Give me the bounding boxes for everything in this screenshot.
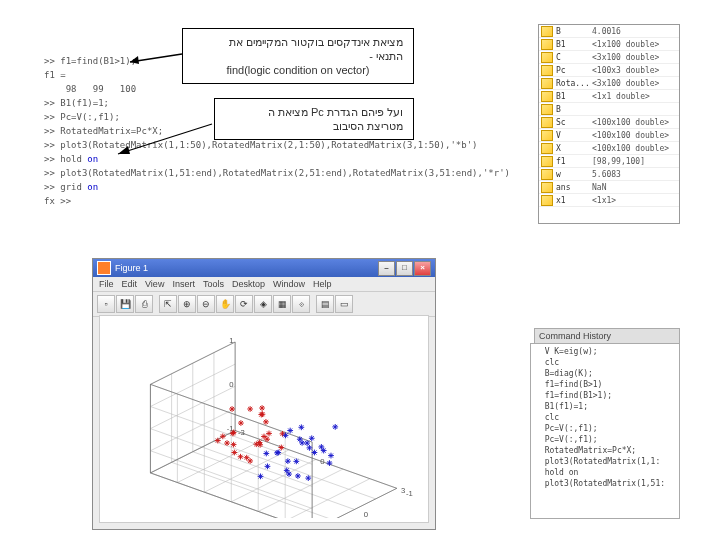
print-icon[interactable]: ⎙	[135, 295, 153, 313]
figure-toolbar[interactable]: ▫ 💾 ⎙ ⇱ ⊕ ⊖ ✋ ⟳ ◈ ▦ ⟐ ▤ ▭	[93, 292, 435, 317]
figure-axes[interactable]: -303-101-101	[99, 315, 429, 523]
svg-text:-1: -1	[406, 489, 413, 498]
var-name: B	[556, 105, 592, 114]
datacursor-icon[interactable]: ◈	[254, 295, 272, 313]
cmd-output: 98 99 100	[44, 82, 434, 96]
annotation-text: find(logic condition on vector)	[193, 63, 403, 77]
figure-menubar[interactable]: FileEditViewInsertToolsDesktopWindowHelp	[93, 277, 435, 292]
var-value: <100x100 double>	[592, 144, 679, 153]
history-line[interactable]: hold on	[535, 467, 675, 478]
history-line[interactable]: RotatedMatrix=Pc*X;	[535, 445, 675, 456]
workspace-row[interactable]: ansNaN	[539, 181, 679, 194]
svg-text:0: 0	[364, 510, 368, 518]
workspace-row[interactable]: B4.0016	[539, 25, 679, 38]
zoom-out-icon[interactable]: ⊖	[197, 295, 215, 313]
workspace-row[interactable]: V<100x100 double>	[539, 129, 679, 142]
var-value: <1x1 double>	[592, 92, 679, 101]
annotation-pc: מציאת ה Pc ועל פיהם הגדרת מטריצת הסיבוב	[214, 98, 414, 140]
history-line[interactable]: B1(f1)=1;	[535, 401, 675, 412]
command-history-label: Command History	[534, 328, 680, 344]
menu-item[interactable]: File	[99, 279, 114, 289]
arrow-icon	[126, 48, 186, 68]
svg-line-13	[193, 452, 355, 510]
var-icon	[541, 26, 553, 37]
menu-item[interactable]: Insert	[172, 279, 195, 289]
var-value: NaN	[592, 183, 679, 192]
zoom-in-icon[interactable]: ⊕	[178, 295, 196, 313]
arrow-icon[interactable]: ⇱	[159, 295, 177, 313]
cmd-line: >> hold on	[44, 152, 434, 166]
history-line[interactable]: plot3(RotatedMatrix(1,1:	[535, 456, 675, 467]
new-fig-icon[interactable]: ▫	[97, 295, 115, 313]
history-line[interactable]: clc	[535, 357, 675, 368]
menu-item[interactable]: Desktop	[232, 279, 265, 289]
workspace-row[interactable]: Rota...<3x100 double>	[539, 77, 679, 90]
legend-icon[interactable]: ▭	[335, 295, 353, 313]
cmd-line: >> grid on	[44, 180, 434, 194]
history-line[interactable]: clc	[535, 412, 675, 423]
workspace-row[interactable]: C<3x100 double>	[539, 51, 679, 64]
pan-icon[interactable]: ✋	[216, 295, 234, 313]
history-line[interactable]: plot3(RotatedMatrix(1,51:	[535, 478, 675, 489]
annotation-text: מציאת אינדקסים בוקטור המקיימים את	[193, 35, 403, 49]
menu-item[interactable]: Window	[273, 279, 305, 289]
svg-marker-1	[130, 56, 139, 64]
command-history-panel[interactable]: V K=eig(w); clc B=diag(K); f1=find(B>1) …	[530, 343, 680, 519]
history-line[interactable]: V K=eig(w);	[535, 346, 675, 357]
var-name: B	[556, 27, 592, 36]
svg-text:3: 3	[401, 486, 405, 495]
svg-line-9	[285, 479, 370, 518]
var-name: w	[556, 170, 592, 179]
svg-line-38	[235, 431, 397, 489]
figure-window[interactable]: Figure 1 – □ × FileEditViewInsertToolsDe…	[92, 258, 436, 530]
workspace-row[interactable]: B	[539, 103, 679, 116]
var-value: <100x3 double>	[592, 66, 679, 75]
workspace-row[interactable]: Sc<100x100 double>	[539, 116, 679, 129]
svg-line-14	[172, 462, 334, 518]
var-name: B1	[556, 40, 592, 49]
workspace-row[interactable]: B1<1x1 double>	[539, 90, 679, 103]
history-line[interactable]: f1=find(B1>1);	[535, 390, 675, 401]
var-value: 4.0016	[592, 27, 679, 36]
link-icon[interactable]: ⟐	[292, 295, 310, 313]
var-value: <1x100 double>	[592, 40, 679, 49]
history-line[interactable]: f1=find(B>1)	[535, 379, 675, 390]
axes-3d: -303-101-101	[110, 320, 418, 518]
svg-text:-3: -3	[238, 428, 245, 437]
close-button[interactable]: ×	[414, 261, 431, 276]
workspace-panel[interactable]: B4.0016B1<1x100 double>C<3x100 double>Pc…	[538, 24, 680, 224]
history-line[interactable]: B=diag(K);	[535, 368, 675, 379]
annotation-find: מציאת אינדקסים בוקטור המקיימים את - התנא…	[182, 28, 414, 84]
workspace-row[interactable]: f1[98,99,100]	[539, 155, 679, 168]
svg-marker-3	[118, 146, 130, 154]
menu-item[interactable]: Edit	[122, 279, 138, 289]
arrow-icon	[112, 120, 216, 160]
var-name: f1	[556, 157, 592, 166]
svg-text:0: 0	[229, 380, 233, 389]
history-line[interactable]: Pc=V(:,f1);	[535, 423, 675, 434]
workspace-row[interactable]: Pc<100x3 double>	[539, 64, 679, 77]
var-icon	[541, 78, 553, 89]
menu-item[interactable]: Tools	[203, 279, 224, 289]
svg-text:0: 0	[320, 457, 324, 466]
figure-titlebar[interactable]: Figure 1 – □ ×	[93, 259, 435, 277]
minimize-button[interactable]: –	[378, 261, 395, 276]
colorbar-icon[interactable]: ▤	[316, 295, 334, 313]
var-value: 5.6083	[592, 170, 679, 179]
workspace-row[interactable]: w5.6083	[539, 168, 679, 181]
workspace-row[interactable]: X<100x100 double>	[539, 142, 679, 155]
svg-line-12	[214, 441, 376, 499]
var-icon	[541, 195, 553, 206]
brush-icon[interactable]: ▦	[273, 295, 291, 313]
var-value: <100x100 double>	[592, 131, 679, 140]
history-line[interactable]: Pc=V(:,f1);	[535, 434, 675, 445]
maximize-button[interactable]: □	[396, 261, 413, 276]
svg-line-39	[312, 488, 397, 518]
rotate3d-icon[interactable]: ⟳	[235, 295, 253, 313]
save-icon[interactable]: 💾	[116, 295, 134, 313]
workspace-row[interactable]: x1<1x1>	[539, 194, 679, 207]
menu-item[interactable]: Help	[313, 279, 332, 289]
prompt[interactable]: fx >>	[44, 194, 434, 208]
workspace-row[interactable]: B1<1x100 double>	[539, 38, 679, 51]
menu-item[interactable]: View	[145, 279, 164, 289]
